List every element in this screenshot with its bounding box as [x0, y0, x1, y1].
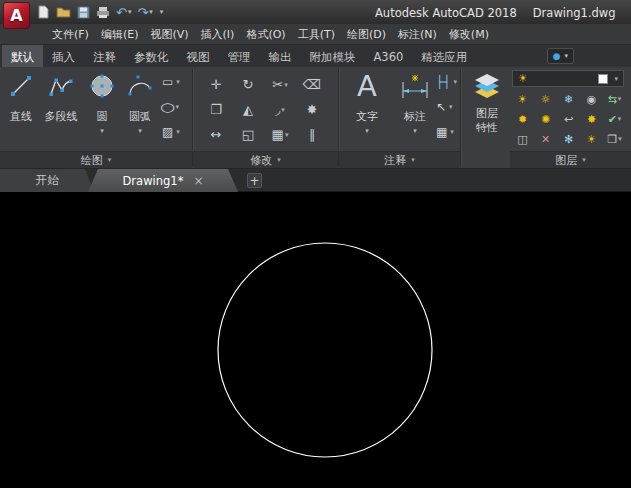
move-button[interactable]: ✛	[200, 72, 232, 97]
polyline-tool-label: 多段线	[45, 109, 78, 124]
fillet-button[interactable]: ◞▾	[264, 97, 296, 122]
explode-icon: ✸	[307, 102, 318, 117]
table-button[interactable]: ▦ ▾	[436, 123, 457, 140]
open-file-button[interactable]	[56, 4, 71, 20]
chevron-down-icon: ▾	[281, 106, 285, 114]
panel-label-draw[interactable]: 绘图 ▾	[0, 151, 192, 168]
chevron-down-icon: ▾	[284, 81, 288, 89]
leader-button[interactable]: ↖ ▾	[436, 98, 457, 115]
layer-lock-button[interactable]: ◉	[580, 89, 603, 109]
match-layer-button[interactable]: ⇆▾	[603, 89, 626, 109]
array-icon: ▦	[272, 127, 284, 142]
chevron-down-icon: ▾	[411, 156, 415, 164]
ribbon-tab-annotate[interactable]: 注释	[84, 45, 125, 67]
ribbon-tab-insert[interactable]: 插入	[43, 45, 84, 67]
file-tab-drawing1[interactable]: Drawing1* ×	[88, 169, 238, 192]
arc-tool-button[interactable]: 圆弧 ▾	[122, 70, 158, 135]
copy-to-layer-button[interactable]: ❐▾	[603, 129, 626, 149]
rotate-button[interactable]: ↻	[232, 72, 264, 97]
draw-panel-small-tools: ▭ ▾ ○ ▾ ▨ ▾	[162, 73, 180, 140]
chevron-down-icon: ▾	[128, 8, 132, 16]
close-icon[interactable]: ×	[193, 175, 203, 187]
new-drawing-button[interactable]: +	[247, 173, 262, 188]
erase-button[interactable]: ⌫	[296, 72, 328, 97]
menu-item-modify[interactable]: 修改(M)	[443, 25, 495, 44]
line-tool-button[interactable]: 直线	[4, 70, 38, 124]
menu-item-tools[interactable]: 工具(T)	[292, 25, 341, 44]
new-file-button[interactable]	[37, 4, 50, 20]
rectangle-tool-button[interactable]: ▭ ▾	[162, 73, 180, 90]
scale-button[interactable]: ◱	[232, 122, 264, 147]
menu-item-edit[interactable]: 编辑(E)	[95, 25, 145, 44]
layer-isolate-button[interactable]: ✹	[511, 109, 534, 129]
menu-item-insert[interactable]: 插入(I)	[195, 25, 241, 44]
ellipse-tool-button[interactable]: ○ ▾	[162, 98, 180, 115]
panel-label-modify[interactable]: 修改 ▾	[193, 151, 338, 168]
qat-menu-button[interactable]: ▾	[159, 4, 164, 20]
ribbon-tab-view[interactable]: 视图	[178, 45, 219, 67]
panel-label-layers[interactable]: 图层 ▾	[510, 151, 631, 168]
linear-dimension-button[interactable]: ├┤ ▾	[436, 73, 457, 90]
circle-entity[interactable]	[218, 243, 432, 457]
circle-icon	[88, 70, 116, 102]
linear-dimension-icon: ├┤	[436, 76, 450, 88]
text-icon: A	[357, 70, 377, 102]
layer-properties-button[interactable]: 图层特性	[464, 70, 510, 136]
dimension-tool-label: 标注	[404, 109, 426, 124]
circle-tool-button[interactable]: 圆 ▾	[84, 70, 120, 135]
line-icon	[8, 70, 34, 102]
undo-icon: ↶	[116, 6, 127, 19]
mirror-button[interactable]: ◭	[232, 97, 264, 122]
new-file-icon	[37, 5, 50, 19]
ribbon-tab-a360[interactable]: A360	[365, 45, 413, 67]
ribbon-options-button[interactable]: ● ▾	[547, 48, 574, 64]
menu-item-file[interactable]: 文件(F)	[46, 25, 95, 44]
dimension-tool-button[interactable]: 标注 ▾	[394, 70, 436, 135]
layer-dropdown[interactable]: ☀ ▾	[512, 70, 624, 87]
layer-freeze-button[interactable]: ❄	[557, 89, 580, 109]
drawing-canvas[interactable]	[0, 192, 631, 488]
layer-off-button[interactable]: ☼	[534, 89, 557, 109]
layer-walk-button[interactable]: ✸	[580, 109, 603, 129]
menu-item-view[interactable]: 视图(V)	[144, 25, 194, 44]
explode-button[interactable]: ✸	[296, 97, 328, 122]
ribbon-tab-default[interactable]: 默认	[2, 45, 43, 67]
layer-delete-button[interactable]: ✕	[534, 129, 557, 149]
make-current-layer-button[interactable]: ✔▾	[603, 109, 626, 129]
plot-button[interactable]	[96, 4, 110, 20]
ribbon-tab-addins[interactable]: 附加模块	[301, 45, 365, 67]
trim-button[interactable]: ✂▾	[264, 72, 296, 97]
offset-button[interactable]: ∥	[296, 122, 328, 147]
array-button[interactable]: ▦▾	[264, 122, 296, 147]
copy-button[interactable]: ❐	[200, 97, 232, 122]
menu-item-draw[interactable]: 绘图(D)	[341, 25, 392, 44]
chevron-down-icon: ▾	[614, 75, 618, 83]
hatch-tool-button[interactable]: ▨ ▾	[162, 123, 180, 140]
start-tab-label: 开始	[36, 173, 59, 188]
save-button[interactable]	[77, 4, 90, 20]
layer-unisolate-button[interactable]: ✺	[534, 109, 557, 129]
vp-freeze-button[interactable]: ✻	[557, 129, 580, 149]
application-menu-button[interactable]: A	[3, 2, 30, 29]
merge-layer-icon: ◫	[517, 133, 527, 146]
layer-bulb-button[interactable]: ☀	[580, 129, 603, 149]
stretch-button[interactable]: ↔	[200, 122, 232, 147]
polyline-tool-button[interactable]: 多段线	[40, 70, 82, 124]
layer-merge-button[interactable]: ◫	[511, 129, 534, 149]
stretch-icon: ↔	[211, 127, 222, 142]
ribbon-tab-output[interactable]: 输出	[260, 45, 301, 67]
undo-button[interactable]: ↶ ▾	[116, 4, 131, 20]
chevron-down-icon: ▾	[365, 127, 369, 135]
ribbon-tab-manage[interactable]: 管理	[219, 45, 260, 67]
file-tab-start[interactable]: 开始	[0, 169, 94, 192]
layer-previous-button[interactable]: ↩	[557, 109, 580, 129]
text-tool-button[interactable]: A 文字 ▾	[346, 70, 388, 135]
panel-label-annotation[interactable]: 注释 ▾	[339, 151, 460, 168]
ribbon-tab-parametric[interactable]: 参数化	[125, 45, 178, 67]
menu-item-dimension[interactable]: 标注(N)	[392, 25, 443, 44]
menu-item-format[interactable]: 格式(O)	[240, 25, 291, 44]
layer-on-button[interactable]: ☀	[511, 89, 534, 109]
ribbon-tab-featured-apps[interactable]: 精选应用	[412, 45, 476, 67]
redo-button[interactable]: ↷ ▾	[137, 4, 152, 20]
file-tab-bar: 开始 Drawing1* × +	[0, 168, 631, 192]
